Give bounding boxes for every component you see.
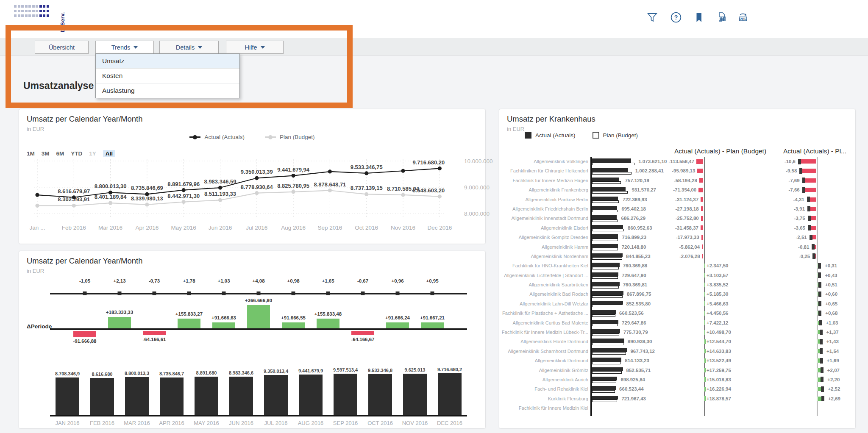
- plan-bar[interactable]: [592, 181, 621, 184]
- actual-bar[interactable]: [592, 178, 620, 182]
- actual-bar[interactable]: [592, 253, 623, 258]
- actual-value-label: 660.523,44: [619, 384, 644, 394]
- actual-bar[interactable]: [592, 206, 618, 210]
- actual-bar[interactable]: [592, 282, 620, 286]
- actual-bar[interactable]: [592, 234, 618, 239]
- plan-bar[interactable]: [592, 362, 621, 364]
- actual-bar[interactable]: [592, 339, 624, 343]
- actual-bar[interactable]: [592, 197, 618, 201]
- dropdown-item-umsatz[interactable]: Umsatz: [96, 54, 239, 69]
- legend-item-actual[interactable]: Actual (Actuals): [189, 134, 245, 140]
- actual-bar[interactable]: [592, 329, 620, 333]
- variance-marker: [818, 291, 821, 297]
- hospital-row: Allgemeinklinik Nordenham844.855,23-2.07…: [499, 252, 855, 261]
- variance-marker: [818, 311, 821, 316]
- menu-item-hilfe[interactable]: Hilfe: [226, 41, 284, 54]
- plan-bar[interactable]: [592, 248, 618, 250]
- range-ytd[interactable]: YTD: [71, 150, 82, 157]
- actual-bar[interactable]: [592, 301, 623, 305]
- actual-bar[interactable]: [592, 358, 622, 362]
- variance-label: +1,69: [827, 356, 839, 365]
- actual-bar[interactable]: [592, 263, 620, 267]
- period-delta-item: +91.666,55: [276, 301, 311, 361]
- range-1y[interactable]: 1Y: [89, 150, 96, 157]
- plan-bar[interactable]: [592, 314, 615, 317]
- plan-bar[interactable]: [592, 239, 618, 241]
- legend-item-plan[interactable]: Plan (Budget): [265, 134, 315, 140]
- plan-bar[interactable]: [592, 267, 619, 269]
- plan-bar[interactable]: [592, 390, 615, 393]
- export-pdf-icon[interactable]: PDF: [737, 11, 749, 24]
- actual-bar[interactable]: [592, 396, 618, 400]
- variance-bar: [701, 216, 703, 221]
- menu-item-details[interactable]: Details: [159, 41, 219, 54]
- plan-bar[interactable]: [592, 219, 618, 222]
- actual-bar[interactable]: [592, 215, 617, 219]
- data-point: [364, 171, 368, 175]
- actual-bar[interactable]: [592, 168, 629, 172]
- bar-value-label: 8.891.680: [196, 370, 217, 375]
- data-point: [35, 204, 39, 208]
- filter-icon[interactable]: [646, 11, 659, 24]
- hospital-row: Fach- und Rehaklinik Kiel660.523,44+16.2…: [499, 384, 855, 394]
- dropdown-item-auslastung[interactable]: Auslastung: [96, 83, 239, 98]
- actual-bar[interactable]: [592, 225, 623, 229]
- plan-bar[interactable]: [592, 343, 623, 345]
- actual-bar[interactable]: [592, 348, 627, 353]
- actual-bar[interactable]: [592, 310, 616, 314]
- month-bar: 8.616.680: [85, 372, 120, 416]
- plan-bar[interactable]: [592, 163, 635, 165]
- actual-bar[interactable]: [592, 272, 619, 277]
- range-3m[interactable]: 3M: [42, 150, 50, 157]
- plan-bar[interactable]: [592, 172, 632, 175]
- plan-bar[interactable]: [592, 380, 617, 383]
- plan-bar[interactable]: [592, 371, 622, 374]
- plan-bar[interactable]: [592, 400, 617, 402]
- actual-bar[interactable]: [592, 158, 631, 163]
- plan-bar[interactable]: [592, 191, 628, 194]
- dropdown-item-kosten[interactable]: Kosten: [96, 69, 239, 83]
- actual-value-label: 721.967,43: [621, 394, 646, 403]
- legend-item-actual[interactable]: Actual (Actuals): [525, 132, 576, 139]
- plan-bar[interactable]: [592, 257, 623, 260]
- data-label: 8.737.139,15: [351, 185, 383, 191]
- period-delta-row: -91.666,88+183.333,33-64.166,61+155.833,…: [67, 301, 450, 361]
- actual-bar[interactable]: [592, 244, 618, 248]
- actual-bar[interactable]: [592, 377, 618, 381]
- export-spreadsheet-icon[interactable]: [715, 11, 727, 24]
- range-1m[interactable]: 1M: [27, 150, 35, 157]
- hospital-row: Fachkliniken für Chirurgie Heikendorf1.0…: [499, 166, 855, 175]
- bookmark-icon[interactable]: [693, 11, 705, 24]
- variance-bar: [701, 225, 703, 230]
- actual-bar[interactable]: [592, 386, 616, 390]
- actual-bar[interactable]: [592, 187, 626, 191]
- range-6m[interactable]: 6M: [56, 150, 64, 157]
- plan-bar[interactable]: [592, 229, 624, 231]
- logo-dot: [25, 14, 28, 17]
- actual-bar[interactable]: [592, 320, 619, 324]
- plan-bar[interactable]: [592, 352, 626, 355]
- plan-bar[interactable]: [592, 276, 618, 279]
- menu-item-trends[interactable]: Trends: [95, 41, 154, 54]
- plan-bar[interactable]: [592, 305, 623, 307]
- plan-bar[interactable]: [592, 324, 618, 326]
- plan-bar[interactable]: [592, 295, 623, 298]
- actual-bar[interactable]: [592, 291, 623, 295]
- period-delta-item: +155.833,48: [311, 301, 345, 361]
- range-all[interactable]: All: [103, 150, 115, 157]
- bar: [438, 373, 462, 416]
- hospital-row: Allgemeinklinik Curtius Bad Malente729.6…: [499, 318, 855, 328]
- menu-item-uebersicht[interactable]: Übersicht: [35, 41, 89, 54]
- variance-column-header: Actual (Actuals) - Plan (Budget): [674, 147, 766, 155]
- legend-item-plan[interactable]: Plan (Budget): [593, 132, 638, 139]
- plan-bar[interactable]: [592, 210, 618, 212]
- plan-bar[interactable]: [592, 333, 620, 336]
- hospital-name: Allgemeinklinik Hörde Dortmund: [500, 337, 588, 346]
- help-icon[interactable]: ?: [670, 11, 682, 24]
- pct-change-label: +2,13: [102, 278, 137, 283]
- logo-dot: [32, 5, 35, 8]
- plan-bar[interactable]: [592, 286, 619, 289]
- plan-bar[interactable]: [592, 200, 619, 203]
- legend-label: Plan (Budget): [603, 132, 638, 139]
- actual-bar[interactable]: [592, 367, 623, 372]
